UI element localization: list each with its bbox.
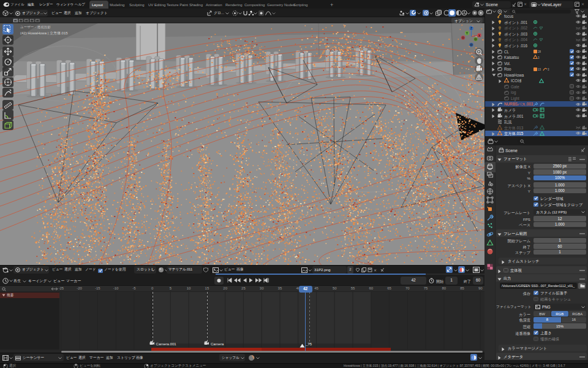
- svg-text:Z: Z: [470, 26, 472, 30]
